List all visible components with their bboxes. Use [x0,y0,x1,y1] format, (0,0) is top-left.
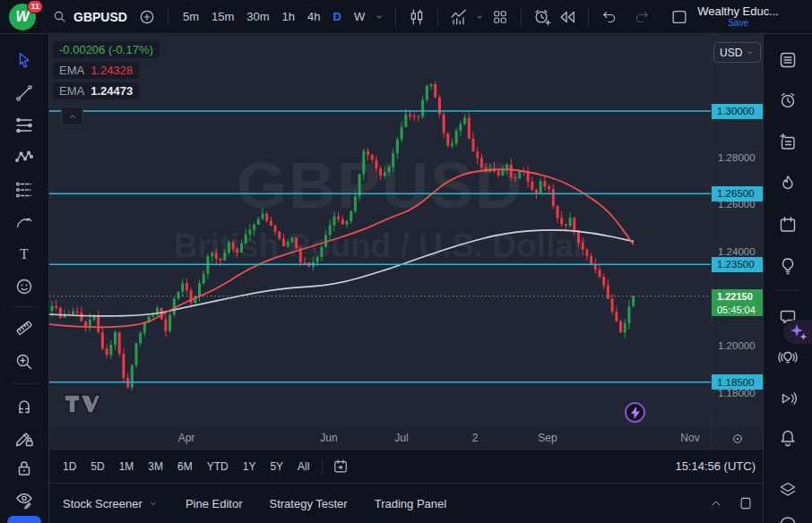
range-5y[interactable]: 5Y [263,460,290,473]
range-5d[interactable]: 5D [83,460,111,473]
help-button[interactable] [773,508,803,523]
calendar-goto-icon [332,458,350,476]
range-all[interactable]: All [290,460,316,473]
notifications-button[interactable] [773,424,803,451]
hotlists-button[interactable] [773,170,803,197]
time-axis[interactable]: AprJunJul2SepNov [49,427,763,450]
price-level-label: 1.23500 [712,257,764,272]
interval-4h[interactable]: 4h [301,10,326,23]
interval-1w[interactable]: W [348,10,371,23]
range-1y[interactable]: 1Y [236,460,263,473]
ema-slow-legend-row[interactable]: EMA1.24473 [53,82,139,99]
bar-replay-button[interactable] [555,4,580,30]
chevron-up-icon [67,111,78,122]
zoom-in-tool-button[interactable] [9,348,39,375]
cursor-tool-button[interactable] [9,47,39,73]
forecast-tool-button[interactable] [9,176,39,203]
fib-lines-icon [13,115,35,136]
tradingview-logo[interactable] [63,392,100,419]
app-logo[interactable]: W 11 [9,2,39,32]
range-1m[interactable]: 1M [112,460,142,473]
currency-selector[interactable]: USD [713,42,761,63]
right-sidebar [763,34,812,523]
indicators-button[interactable] [446,4,471,30]
object-tree-button[interactable] [773,476,803,503]
measure-tool-button[interactable] [9,314,39,341]
toolbar-divider [395,7,396,27]
toolbar-divider [521,7,522,27]
fib-retracement-tool-button[interactable] [9,112,39,139]
calendar-button[interactable] [773,211,803,238]
ema-fast-legend-row[interactable]: EMA1.24328 [53,62,139,79]
price-level-label: 1.18500 [712,374,764,390]
hide-drawings-button[interactable] [9,486,39,513]
interval-30m[interactable]: 30m [240,10,275,23]
symbol-search[interactable]: GBPUSD [52,9,127,25]
chevron-down-icon [745,47,755,57]
maximize-panel-button[interactable] [738,495,754,511]
notes-plus-icon [777,132,799,153]
indicators-menu-button[interactable] [471,4,488,30]
range-1d[interactable]: 1D [56,460,83,473]
tab-pine-editor[interactable]: Pine Editor [186,497,243,510]
price-level-label: 1.30000 [712,104,764,119]
ideas-stream-button[interactable] [773,344,803,371]
flame-icon [777,173,799,194]
layout-thumbnail-button[interactable] [667,4,692,30]
save-layout-link[interactable]: Save [697,18,779,28]
emoji-tool-button[interactable] [9,273,39,300]
interval-1d-active[interactable]: D [327,10,348,23]
tradingview-logo-icon [63,392,100,416]
range-6m[interactable]: 6M [170,460,200,473]
brush-tool-button[interactable] [9,209,39,236]
drawing-mode-lock-button[interactable] [9,424,39,451]
create-alert-button[interactable] [530,4,555,30]
expand-panel-button[interactable] [709,496,723,510]
sparkles-icon [788,322,809,343]
interval-menu-button[interactable] [371,4,387,30]
axis-settings-button[interactable] [711,427,763,450]
alerts-button[interactable] [773,87,803,114]
grid-layout-icon [491,8,509,26]
layers-icon [777,479,799,501]
boost-button[interactable] [625,402,645,423]
price-level-label: 1.26500 [712,186,764,201]
go-to-date-button[interactable] [328,454,353,479]
interval-5m[interactable]: 5m [177,10,205,23]
ruler-icon [13,317,35,339]
pencil-lock-icon [13,427,35,449]
magnet-mode-button[interactable] [9,392,39,419]
alert-clock-plus-icon [532,7,552,27]
drawing-toolbar: T [0,34,49,523]
watchlist-button[interactable] [773,47,803,73]
utc-clock[interactable]: 15:14:56 (UTC) [675,459,756,473]
trend-line-tool-button[interactable] [9,80,39,107]
trading-platform-window: W 11 GBPUSD 5m 15m 30m 1h 4h D W [0,0,812,523]
legend-collapse-button[interactable] [61,107,83,125]
tab-stock-screener[interactable]: Stock Screener [63,497,159,510]
ideas-button[interactable] [773,253,803,279]
layout-name-save[interactable]: Wealthy Educ... Save [697,5,779,28]
streams-button[interactable] [773,385,803,412]
ai-assistant-button[interactable] [783,320,812,344]
lock-all-drawings-button[interactable] [9,455,39,482]
magnet-icon [13,395,35,416]
ema-slow-value: 1.24473 [91,84,133,98]
pattern-tool-button[interactable] [9,144,39,171]
range-ytd[interactable]: YTD [200,460,236,473]
range-3m[interactable]: 3M [141,460,170,473]
redo-button[interactable] [629,4,654,30]
price-axis[interactable]: USD 1.300001.280001.265001.260001.240001… [711,34,763,427]
currency-label: USD [720,47,742,59]
interval-15m[interactable]: 15m [205,10,240,23]
interval-1h[interactable]: 1h [276,10,301,23]
tab-trading-panel[interactable]: Trading Panel [375,497,446,510]
indicators-icon [449,7,469,27]
tab-strategy-tester[interactable]: Strategy Tester [269,497,347,510]
chart-style-button[interactable] [404,4,429,30]
layout-grid-button[interactable] [488,4,513,30]
text-tool-button[interactable]: T [9,241,39,268]
undo-button[interactable] [597,4,622,30]
compare-add-symbol-button[interactable] [134,4,160,30]
text-notes-button[interactable] [773,129,803,156]
